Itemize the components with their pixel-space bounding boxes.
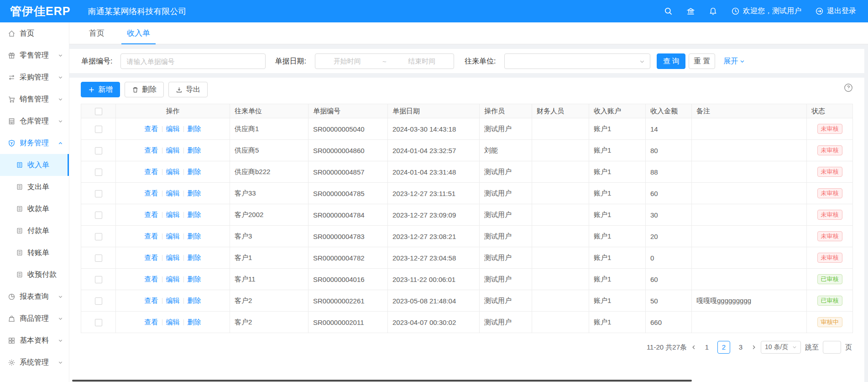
sidebar-item-system[interactable]: 系统管理 <box>0 351 69 373</box>
document-icon <box>16 161 23 169</box>
edit-link[interactable]: 编辑 <box>166 297 180 304</box>
sidebar-item-transfer-doc[interactable]: 转账单 <box>0 242 69 264</box>
edit-link[interactable]: 编辑 <box>166 211 180 218</box>
view-link[interactable]: 查看 <box>145 232 158 240</box>
delete-link[interactable]: 删除 <box>188 318 201 326</box>
sidebar-item-income-doc[interactable]: 收入单 <box>0 154 69 176</box>
row-checkbox[interactable] <box>95 147 102 154</box>
finance-shield-icon <box>8 139 16 147</box>
user-menu[interactable]: 欢迎您，测试用户 <box>731 6 801 16</box>
select-all-checkbox[interactable] <box>95 108 102 115</box>
sidebar-item-basedata[interactable]: 基本资料 <box>0 329 69 351</box>
edit-link[interactable]: 编辑 <box>166 275 180 283</box>
delete-link[interactable]: 删除 <box>188 189 201 197</box>
partner-select[interactable] <box>504 53 650 69</box>
view-link[interactable]: 查看 <box>145 189 158 197</box>
sidebar-item-home[interactable]: 首页 <box>0 22 69 44</box>
prev-page-icon[interactable] <box>691 345 696 350</box>
tab-home[interactable]: 首页 <box>84 22 110 44</box>
bell-icon[interactable] <box>709 7 717 16</box>
search-icon[interactable] <box>664 7 673 16</box>
expand-toggle[interactable]: 展开 <box>723 57 745 66</box>
page-1[interactable]: 1 <box>701 341 713 354</box>
sidebar-item-warehouse[interactable]: 仓库管理 <box>0 110 69 132</box>
sidebar-item-reports[interactable]: 报表查询 <box>0 286 69 308</box>
row-checkbox[interactable] <box>95 212 102 219</box>
cell-remark <box>692 204 807 226</box>
view-link[interactable]: 查看 <box>145 168 158 175</box>
delete-link[interactable]: 删除 <box>188 275 201 283</box>
sidebar-item-receipt-doc[interactable]: 收款单 <box>0 198 69 220</box>
delete-link[interactable]: 删除 <box>188 211 201 218</box>
tab-income-doc[interactable]: 收入单 <box>121 22 156 44</box>
add-button[interactable]: 新增 <box>81 82 120 97</box>
doc-no-input[interactable] <box>120 53 266 69</box>
page-3[interactable]: 3 <box>734 341 747 354</box>
edit-link[interactable]: 编辑 <box>166 168 180 175</box>
export-button[interactable]: 导出 <box>168 82 208 97</box>
view-link[interactable]: 查看 <box>145 275 158 283</box>
row-checkbox[interactable] <box>95 297 102 305</box>
edit-link[interactable]: 编辑 <box>166 254 180 261</box>
cell-finance-staff <box>532 161 589 183</box>
cell-remark <box>692 312 807 333</box>
view-link[interactable]: 查看 <box>145 297 158 304</box>
sidebar-item-payment-doc[interactable]: 付款单 <box>0 220 69 242</box>
edit-link[interactable]: 编辑 <box>166 189 180 197</box>
horizontal-scrollbar[interactable] <box>72 380 692 382</box>
help-icon[interactable] <box>844 83 853 92</box>
reset-button[interactable]: 重 置 <box>689 53 715 69</box>
next-page-icon[interactable] <box>751 345 757 350</box>
view-link[interactable]: 查看 <box>145 125 158 133</box>
sidebar-item-advance-doc[interactable]: 收预付款 <box>0 264 69 286</box>
results-panel: 新增 删除 导出 操作 往来单位 <box>69 78 864 382</box>
table-row: 查看编辑删除 客户33 SR00000004785 2023-12-27 23:… <box>81 183 853 204</box>
date-end-placeholder: 结束时间 <box>390 57 454 66</box>
row-checkbox[interactable] <box>95 126 102 133</box>
delete-link[interactable]: 删除 <box>188 146 201 154</box>
edit-link[interactable]: 编辑 <box>166 318 180 326</box>
row-checkbox[interactable] <box>95 255 102 262</box>
logout-button[interactable]: 退出登录 <box>815 6 856 16</box>
date-separator: ~ <box>379 58 390 65</box>
partner-label: 往来单位: <box>465 57 496 66</box>
header-remark: 备注 <box>692 104 807 118</box>
delete-link[interactable]: 删除 <box>188 232 201 240</box>
row-checkbox[interactable] <box>95 190 102 197</box>
sidebar-item-retail[interactable]: 零售管理 <box>0 44 69 66</box>
status-badge: 未审核 <box>817 145 842 156</box>
jump-page-input[interactable] <box>823 341 841 354</box>
row-checkbox[interactable] <box>95 319 102 326</box>
view-link[interactable]: 查看 <box>145 211 158 218</box>
sidebar-item-finance[interactable]: 财务管理 <box>0 132 69 154</box>
sidebar-item-expense-doc[interactable]: 支出单 <box>0 176 69 198</box>
sidebar-item-purchase[interactable]: 采购管理 <box>0 66 69 88</box>
page-size-select[interactable]: 10 条/页 <box>761 341 801 354</box>
sidebar-item-sales[interactable]: 销售管理 <box>0 88 69 110</box>
edit-link[interactable]: 编辑 <box>166 125 180 133</box>
row-checkbox[interactable] <box>95 276 102 283</box>
cell-account: 账户1 <box>589 161 646 183</box>
row-checkbox[interactable] <box>95 233 102 240</box>
page-2-active[interactable]: 2 <box>717 341 730 354</box>
date-range-picker[interactable]: 开始时间 ~ 结束时间 <box>315 53 454 69</box>
row-checkbox[interactable] <box>95 169 102 176</box>
table-row: 查看编辑删除 客户3 SR00000004783 2023-12-27 23:0… <box>81 226 853 247</box>
cell-operator: 测试用户 <box>480 183 532 204</box>
header-date: 单据日期 <box>388 104 480 118</box>
delete-link[interactable]: 删除 <box>188 168 201 175</box>
home-bank-icon[interactable] <box>686 7 695 16</box>
edit-link[interactable]: 编辑 <box>166 146 180 154</box>
delete-link[interactable]: 删除 <box>188 297 201 304</box>
edit-link[interactable]: 编辑 <box>166 232 180 240</box>
cell-date: 2023-12-27 23:11:51 <box>388 183 480 204</box>
cell-account: 账户1 <box>589 247 646 269</box>
search-button[interactable]: 查 询 <box>657 53 685 69</box>
view-link[interactable]: 查看 <box>145 318 158 326</box>
delete-link[interactable]: 删除 <box>188 254 201 261</box>
delete-link[interactable]: 删除 <box>188 125 201 133</box>
delete-button[interactable]: 删除 <box>125 82 164 97</box>
view-link[interactable]: 查看 <box>145 146 158 154</box>
sidebar-item-goods[interactable]: 商品管理 <box>0 308 69 329</box>
view-link[interactable]: 查看 <box>145 254 158 261</box>
